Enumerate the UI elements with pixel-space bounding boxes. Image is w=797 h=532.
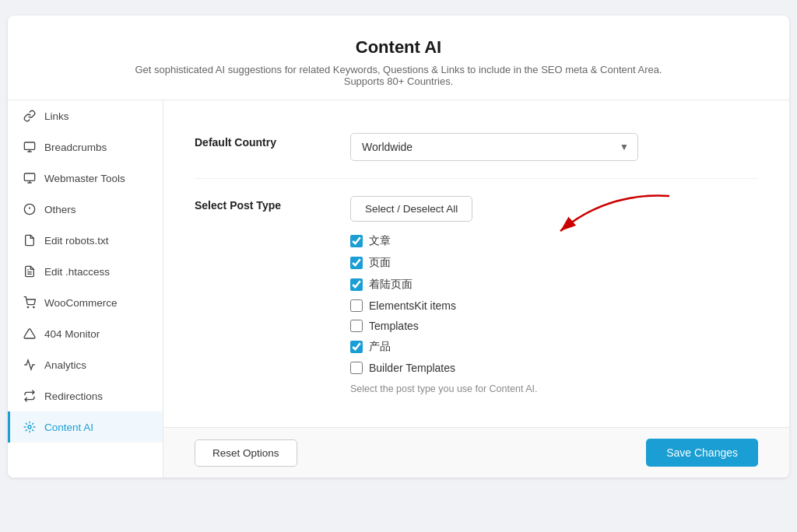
others-icon [23,202,37,216]
checkbox-builder-templates[interactable] [350,362,363,374]
htaccess-icon [23,264,37,278]
sidebar-item-404-monitor[interactable]: 404 Monitor [8,318,163,349]
sidebar-label-edit-robots: Edit robots.txt [44,235,109,247]
page-subtitle: Get sophisticated AI suggestions for rel… [126,64,671,87]
checkbox-item-builder-templates[interactable]: Builder Templates [350,362,758,374]
checkbox-item-yemian[interactable]: 页面 [350,256,758,270]
svg-point-11 [28,425,31,429]
checkbox-item-elementskit[interactable]: ElementsKit items [350,299,758,312]
sidebar-item-others[interactable]: Others [8,194,163,225]
sidebar-item-woocommerce[interactable]: WooCommerce [8,287,163,318]
checkbox-label-templates: Templates [369,320,419,332]
country-label: Default Country [195,133,319,149]
svg-point-9 [27,306,28,307]
cart-icon [23,296,37,310]
checkbox-item-templates[interactable]: Templates [350,320,758,332]
country-select[interactable]: Worldwide United States United Kingdom C… [350,133,638,161]
checkbox-label-wenzhang: 文章 [369,234,391,248]
sidebar-item-links[interactable]: Links [8,100,163,131]
sidebar-label-breadcrumbs: Breadcrumbs [44,142,107,153]
sidebar-label-404-monitor: 404 Monitor [44,328,100,340]
checkbox-label-zhuye: 着陆页面 [369,278,413,292]
sidebar-item-webmaster-tools[interactable]: Webmaster Tools [8,163,163,194]
link-icon [23,109,37,123]
svg-rect-1 [24,173,34,180]
webmaster-icon [23,171,37,185]
checkbox-yemian[interactable] [350,257,363,269]
country-control: Worldwide United States United Kingdom C… [350,133,758,161]
svg-point-10 [33,306,34,307]
sidebar-item-edit-htaccess[interactable]: Edit .htaccess [8,256,163,287]
sidebar-label-redirections: Redirections [44,390,103,402]
checkbox-elementskit[interactable] [350,299,363,312]
sidebar-label-others: Others [44,204,76,215]
checkbox-list: 文章 页面 着陆页面 [350,234,758,374]
sidebar-item-breadcrumbs[interactable]: Breadcrumbs [8,131,163,163]
select-deselect-all-button[interactable]: Select / Deselect All [350,196,472,222]
svg-rect-0 [24,142,34,149]
checkbox-item-wenzhang[interactable]: 文章 [350,234,758,248]
sidebar-item-content-ai[interactable]: Content AI [8,411,163,443]
settings-row-post-type: Select Post Type Select / Deselect All [195,179,758,411]
content-area: Links Breadcrumbs Webmaster Tools [8,100,789,478]
footer-bar: Reset Options Save Changes [163,427,789,478]
checkbox-zhuye[interactable] [350,278,363,291]
checkbox-templates[interactable] [350,320,363,332]
page-header: Content AI Get sophisticated AI suggesti… [8,16,789,100]
post-type-control: Select / Deselect All [350,196,758,394]
sidebar-label-edit-htaccess: Edit .htaccess [44,266,110,278]
sidebar: Links Breadcrumbs Webmaster Tools [8,100,163,478]
checkbox-label-yemian: 页面 [369,256,391,270]
outer-wrapper: Content AI Get sophisticated AI suggesti… [8,8,789,485]
checkbox-item-zhuye[interactable]: 着陆页面 [350,278,758,292]
monitor-icon [23,327,37,341]
robots-icon [23,233,37,247]
reset-options-button[interactable]: Reset Options [195,439,297,467]
sidebar-label-content-ai: Content AI [44,422,93,433]
country-select-wrapper: Worldwide United States United Kingdom C… [350,133,638,161]
sidebar-label-webmaster-tools: Webmaster Tools [44,173,125,184]
main-content: Default Country Worldwide United States … [163,100,789,478]
sidebar-label-woocommerce: WooCommerce [44,297,118,309]
checkbox-label-builder-templates: Builder Templates [369,362,455,374]
save-changes-button[interactable]: Save Changes [646,439,758,467]
sidebar-label-links: Links [44,110,69,122]
redirect-icon [23,389,37,403]
checkbox-product[interactable] [350,341,363,353]
post-type-label: Select Post Type [195,196,319,212]
sidebar-item-redirections[interactable]: Redirections [8,380,163,411]
page-title: Content AI [23,37,774,58]
sidebar-item-edit-robots[interactable]: Edit robots.txt [8,225,163,256]
post-type-hint: Select the post type you use for Content… [350,383,758,394]
sidebar-item-analytics[interactable]: Analytics [8,349,163,380]
checkbox-item-product[interactable]: 产品 [350,340,758,354]
settings-row-country: Default Country Worldwide United States … [195,116,758,179]
content-ai-icon [23,420,37,434]
checkbox-wenzhang[interactable] [350,235,363,247]
checkbox-label-product: 产品 [369,340,391,354]
breadcrumb-icon [23,140,37,154]
analytics-icon [23,358,37,372]
sidebar-label-analytics: Analytics [44,359,86,371]
main-card: Content AI Get sophisticated AI suggesti… [8,16,789,478]
checkbox-label-elementskit: ElementsKit items [369,299,456,312]
